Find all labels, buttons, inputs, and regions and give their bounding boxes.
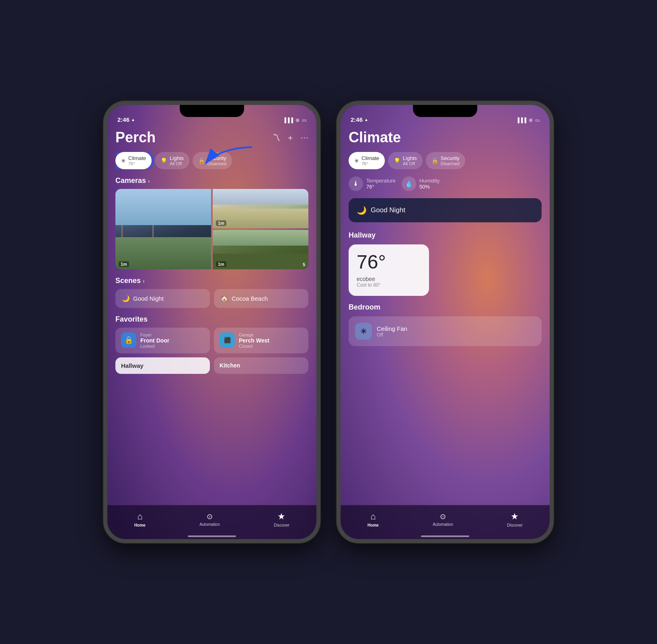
humidity-icon: 💧 <box>402 176 416 191</box>
good-night-icon: 🌙 <box>122 295 130 302</box>
status-icons-right: ▐▐▐ ⊛ ▭ <box>516 117 540 123</box>
climate-tab-climate[interactable]: ✳ Climate 76° <box>349 152 385 169</box>
status-icons: ▐▐▐ ⊛ ▭ <box>283 117 306 123</box>
climate-page-title: Climate <box>349 129 401 146</box>
bedroom-room: Bedroom ✳ Ceiling Fan Off <box>349 303 542 346</box>
discover-icon: ★ <box>277 511 285 522</box>
security-tab-icon: 🔒 <box>198 158 205 164</box>
cameras-section-heading[interactable]: Cameras › <box>115 176 308 185</box>
camera-cell-3[interactable]: 1m 5 <box>213 230 308 269</box>
status-time-right: 2:46 ▲ <box>351 116 368 123</box>
climate-page-header: Climate <box>349 129 542 146</box>
cocoa-beach-icon: 🏠 <box>220 295 228 302</box>
home-indicator <box>188 535 236 537</box>
fav-hallway[interactable]: Hallway <box>115 357 210 374</box>
camera-grid: 1m 1m 1m 5 <box>115 189 308 269</box>
fan-card[interactable]: ✳ Ceiling Fan Off <box>349 316 542 346</box>
lights-tab-icon: 💡 <box>160 158 167 164</box>
garage-icon: ⬛ <box>220 332 235 348</box>
scenes-section-heading[interactable]: Scenes › <box>115 277 308 285</box>
location-icon-right: ▲ <box>364 117 368 122</box>
nav-discover[interactable]: ★ Discover <box>274 511 289 527</box>
page-header: Perch 〽 ＋ ⋯ <box>115 129 308 146</box>
battery-icon: ▭ <box>302 117 306 123</box>
climate-tab-icon-r: ✳ <box>354 158 359 164</box>
notch-right <box>413 105 477 117</box>
hallway-room: Hallway 76° ecobee Cool to 80° <box>349 231 542 296</box>
nav-home-right[interactable]: ⌂ Home <box>368 511 379 527</box>
discover-icon-right: ★ <box>511 511 519 522</box>
fav-kitchen[interactable]: Kitchen <box>214 357 308 374</box>
good-night-button[interactable]: 🌙 Good Night <box>349 198 542 222</box>
bottom-nav: ⌂ Home ⊙ Automation ★ Discover <box>107 505 316 539</box>
cam4-count: 5 <box>303 262 305 267</box>
scenes-row: 🌙 Good Night 🏠 Cocoa Beach <box>115 289 308 308</box>
voice-icon[interactable]: 〽 <box>272 133 280 142</box>
tab-lights[interactable]: 💡 Lights All Off <box>155 152 189 169</box>
tabs-row: ✳ Climate 76° 💡 Lights All Off 🔒 <box>115 152 308 169</box>
security-tab-icon-r: 🔒 <box>431 158 438 164</box>
right-phone: 2:46 ▲ ▐▐▐ ⊛ ▭ Climate ✳ Climate 76° <box>337 101 554 543</box>
location-icon: ▲ <box>131 117 135 122</box>
left-phone: 2:46 ▲ ▐▐▐ ⊛ ▭ Perch 〽 ＋ ⋯ <box>103 101 320 543</box>
nav-discover-right[interactable]: ★ Discover <box>507 511 523 527</box>
status-time: 2:46 ▲ <box>117 116 135 123</box>
tab-climate[interactable]: ✳ Climate 76° <box>115 152 152 169</box>
climate-tabs-row: ✳ Climate 76° 💡 Lights All Off 🔒 <box>349 152 542 169</box>
wifi-icon-right: ⊛ <box>529 117 533 123</box>
cameras-chevron: › <box>148 178 150 184</box>
signal-icon: ▐▐▐ <box>283 117 293 123</box>
nav-automation-right[interactable]: ⊙ Automation <box>433 512 453 527</box>
favorites-grid: 🔒 Foyer Front Door Locked ⬛ Garage Perch… <box>115 328 308 374</box>
lights-tab-icon-r: 💡 <box>394 158 400 164</box>
automation-icon-right: ⊙ <box>440 512 446 521</box>
page-title: Perch <box>115 129 156 146</box>
camera-cell-2[interactable]: 1m <box>213 189 308 228</box>
add-icon[interactable]: ＋ <box>286 132 294 143</box>
camera-cell-1[interactable]: 1m <box>115 189 211 269</box>
fav-garage-perch-west[interactable]: ⬛ Garage Perch West Closed <box>214 328 308 353</box>
cam2-timestamp: 1m <box>216 220 226 226</box>
tab-security[interactable]: 🔒 Security Disarmed <box>193 152 232 169</box>
climate-tab-lights[interactable]: 💡 Lights All Off <box>388 152 423 169</box>
home-indicator-right <box>421 535 469 537</box>
home-icon-right: ⌂ <box>370 511 376 522</box>
wifi-icon: ⊛ <box>296 117 300 123</box>
cam3-timestamp: 1m <box>216 261 226 267</box>
climate-stat-temperature: 🌡 Temperature 76° <box>349 176 396 191</box>
more-icon[interactable]: ⋯ <box>300 133 308 142</box>
temperature-icon: 🌡 <box>349 176 363 191</box>
signal-icon-right: ▐▐▐ <box>516 117 526 123</box>
thermostat-card[interactable]: 76° ecobee Cool to 80° <box>349 244 429 296</box>
scenes-chevron: › <box>143 278 145 284</box>
cam1-timestamp: 1m <box>119 261 129 267</box>
battery-icon-right: ▭ <box>535 117 540 123</box>
bottom-nav-right: ⌂ Home ⊙ Automation ★ Discover <box>341 505 550 539</box>
scene-good-night[interactable]: 🌙 Good Night <box>115 289 210 308</box>
climate-stat-humidity: 💧 Humidity 50% <box>402 176 440 191</box>
climate-tab-icon: ✳ <box>121 158 126 164</box>
header-icons: 〽 ＋ ⋯ <box>272 132 308 143</box>
home-icon: ⌂ <box>137 511 142 522</box>
scene-cocoa-beach[interactable]: 🏠 Cocoa Beach <box>214 289 308 308</box>
lock-icon: 🔒 <box>121 332 136 348</box>
automation-icon: ⊙ <box>207 512 213 521</box>
good-night-btn-icon: 🌙 <box>357 205 367 215</box>
climate-tab-security[interactable]: 🔒 Security Disarmed <box>426 152 465 169</box>
fan-icon: ✳ <box>355 323 372 340</box>
fav-foyer-front-door[interactable]: 🔒 Foyer Front Door Locked <box>115 328 210 353</box>
nav-home[interactable]: ⌂ Home <box>134 511 146 527</box>
climate-stats-row: 🌡 Temperature 76° 💧 Humidity 50% <box>349 176 542 191</box>
nav-automation[interactable]: ⊙ Automation <box>199 512 220 527</box>
favorites-section-heading: Favorites <box>115 315 308 324</box>
notch <box>180 105 244 117</box>
